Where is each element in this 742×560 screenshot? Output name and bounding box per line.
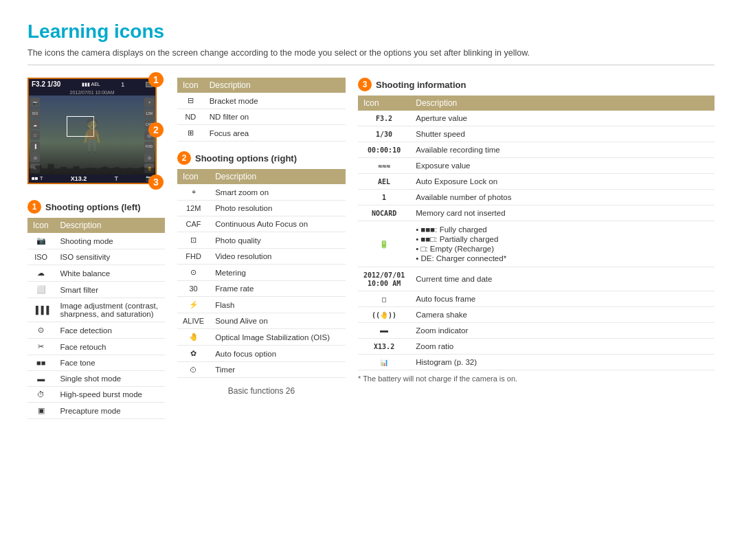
table-row: 📊 Histogram (p. 32) bbox=[358, 355, 715, 370]
s1-icon-10: ▣ bbox=[27, 403, 54, 419]
s1-icon-3: ⬜ bbox=[27, 282, 54, 298]
s3-desc-13: Histogram (p. 32) bbox=[410, 355, 715, 370]
table-row: ⏱ High-speed burst mode bbox=[27, 387, 165, 403]
s3-desc-12: Zoom ratio bbox=[410, 339, 715, 355]
section3-title: Shooting information bbox=[376, 80, 466, 90]
table-row: ✿ Auto focus option bbox=[177, 346, 346, 362]
s3-desc-9: Auto focus frame bbox=[410, 291, 715, 307]
camera-preview: F3.2 1/30 ▮▮▮ AEL 1 2012/07/01 10:00AM 📷… bbox=[27, 78, 157, 184]
s2-th-desc: Description bbox=[210, 169, 346, 184]
s2-desc-2: Continuous Auto Focus on bbox=[210, 216, 346, 232]
s1-th-desc: Description bbox=[54, 218, 165, 233]
s3-icon-8: 2012/07/01 10:00 AM bbox=[358, 267, 410, 291]
s1-icon-2: ☁ bbox=[27, 265, 54, 282]
s1-desc-8: Single shot mode bbox=[54, 371, 165, 387]
camera-screen: 📷 ISO ☁ □ ▐ ⊙ ✂ 🧍 ⌖ 12M bbox=[29, 96, 155, 175]
s2t-icon-2: ⊞ bbox=[177, 125, 204, 142]
table-row: ⚡ Flash bbox=[177, 297, 346, 313]
table-row: ⬜ Smart filter bbox=[27, 282, 165, 298]
section2-header: 2 Shooting options (right) bbox=[177, 151, 346, 165]
camera-preview-col: F3.2 1/30 ▮▮▮ AEL 1 2012/07/01 10:00AM 📷… bbox=[27, 78, 165, 419]
s3-icon-5: 1 bbox=[358, 190, 410, 205]
s3-icon-12: X13.2 bbox=[358, 339, 410, 355]
section2-top-area: Icon Description ⊟ Bracket mode ND ND fi… bbox=[177, 78, 346, 142]
s1-desc-3: Smart filter bbox=[54, 282, 165, 298]
s2-icon-0: ⌖ bbox=[177, 184, 210, 201]
table-row: ⊡ Photo quality bbox=[177, 232, 346, 249]
s2-desc-10: Auto focus option bbox=[210, 346, 346, 362]
s1-icon-9: ⏱ bbox=[27, 387, 54, 403]
s2t-icon-0: ⊟ bbox=[177, 93, 204, 109]
table-row: F3.2 Aperture value bbox=[358, 111, 715, 126]
s1-desc-4: Image adjustment (contrast, sharpness, a… bbox=[54, 298, 165, 322]
s2-icon-4: FHD bbox=[177, 249, 210, 265]
footer-text: Basic functions 26 bbox=[177, 386, 346, 396]
section2-top-table: Icon Description ⊟ Bracket mode ND ND fi… bbox=[177, 78, 346, 142]
table-row: ▐▐▐ Image adjustment (contrast, sharpnes… bbox=[27, 298, 165, 322]
table-row: ⌖ Smart zoom on bbox=[177, 184, 346, 201]
s3-desc-1: Shutter speed bbox=[410, 126, 715, 142]
s3-icon-4: AEL bbox=[358, 174, 410, 190]
s2-desc-6: Frame rate bbox=[210, 281, 346, 297]
s1-desc-1: ISO sensitivity bbox=[54, 249, 165, 265]
s2-icon-3: ⊡ bbox=[177, 232, 210, 249]
s3-desc-2: Available recording time bbox=[410, 142, 715, 158]
s1-desc-10: Precapture mode bbox=[54, 403, 165, 419]
num-circle-1: 1 bbox=[27, 200, 41, 214]
s2-desc-3: Photo quality bbox=[210, 232, 346, 249]
s3-desc-5: Available number of photos bbox=[410, 190, 715, 205]
num-circle-2: 2 bbox=[177, 151, 191, 165]
s2-desc-5: Metering bbox=[210, 265, 346, 281]
table-row: 00:00:10 Available recording time bbox=[358, 142, 715, 158]
camera-bottom: ■■ T X13.2 T 📷 bbox=[29, 175, 155, 183]
s3-th-desc: Description bbox=[410, 96, 715, 111]
s3-icon-9: □ bbox=[358, 291, 410, 307]
table-row: 12M Photo resolution bbox=[177, 201, 346, 216]
table-row: 🤚 Optical Image Stabilization (OIS) bbox=[177, 329, 346, 346]
page-title: Learning icons bbox=[27, 21, 715, 43]
s2-th-icon: Icon bbox=[177, 169, 210, 184]
s1-icon-7: ■■ bbox=[27, 355, 54, 371]
s3-icon-3: ≈≈≈ bbox=[358, 158, 410, 174]
table-row: ⏲ Timer bbox=[177, 362, 346, 378]
s2-desc-11: Timer bbox=[210, 362, 346, 378]
s2-icon-2: CAF bbox=[177, 216, 210, 232]
table-row: ND ND filter on bbox=[177, 109, 346, 125]
s3-icon-10: ((🤚)) bbox=[358, 307, 410, 323]
table-row: ■■ Face tone bbox=[27, 355, 165, 371]
s3-desc-8: Current time and date bbox=[410, 267, 715, 291]
footer-label: Basic functions 26 bbox=[228, 386, 295, 396]
table-row: ⊙ Face detection bbox=[27, 322, 165, 339]
section1-table: Icon Description 📷 Shooting mode ISO ISO… bbox=[27, 218, 165, 419]
s1-desc-0: Shooting mode bbox=[54, 233, 165, 249]
camera-top-bar: F3.2 1/30 ▮▮▮ AEL 1 bbox=[29, 79, 155, 89]
s1-icon-6: ✂ bbox=[27, 339, 54, 355]
s3-desc-10: Camera shake bbox=[410, 307, 715, 323]
table-row: NOCARD Memory card not inserted bbox=[358, 205, 715, 221]
s2-icon-10: ✿ bbox=[177, 346, 210, 362]
s3-th-icon: Icon bbox=[358, 96, 410, 111]
section1-title: Shooting options (left) bbox=[45, 202, 141, 212]
table-row: 1 Available number of photos bbox=[358, 190, 715, 205]
s1-th-icon: Icon bbox=[27, 218, 54, 233]
section2-table: Icon Description ⌖ Smart zoom on 12M Pho… bbox=[177, 169, 346, 378]
s2-desc-0: Smart zoom on bbox=[210, 184, 346, 201]
s1-desc-6: Face retouch bbox=[54, 339, 165, 355]
section2-area: 2 Shooting options (right) Icon Descript… bbox=[177, 151, 346, 378]
s2-icon-6: 30 bbox=[177, 281, 210, 297]
s3-icon-0: F3.2 bbox=[358, 111, 410, 126]
s2t-desc-0: Bracket mode bbox=[204, 93, 346, 109]
s3-icon-2: 00:00:10 bbox=[358, 142, 410, 158]
table-row: 🔋 ■■■: Fully charged■■□: Partially charg… bbox=[358, 221, 715, 267]
section3-table: Icon Description F3.2 Aperture value 1/3… bbox=[358, 96, 715, 370]
s3-desc-4: Auto Exposure Lock on bbox=[410, 174, 715, 190]
table-row: ALIVE Sound Alive on bbox=[177, 313, 346, 329]
s2-icon-11: ⏲ bbox=[177, 362, 210, 378]
table-row: ISO ISO sensitivity bbox=[27, 249, 165, 265]
s3-desc-6: Memory card not inserted bbox=[410, 205, 715, 221]
s3-icon-11: ▬▬ bbox=[358, 323, 410, 339]
s2-icon-5: ⊙ bbox=[177, 265, 210, 281]
table-row: CAF Continuous Auto Focus on bbox=[177, 216, 346, 232]
section3-area: 3 Shooting information Icon Description … bbox=[358, 78, 715, 383]
table-row: ▣ Precapture mode bbox=[27, 403, 165, 419]
